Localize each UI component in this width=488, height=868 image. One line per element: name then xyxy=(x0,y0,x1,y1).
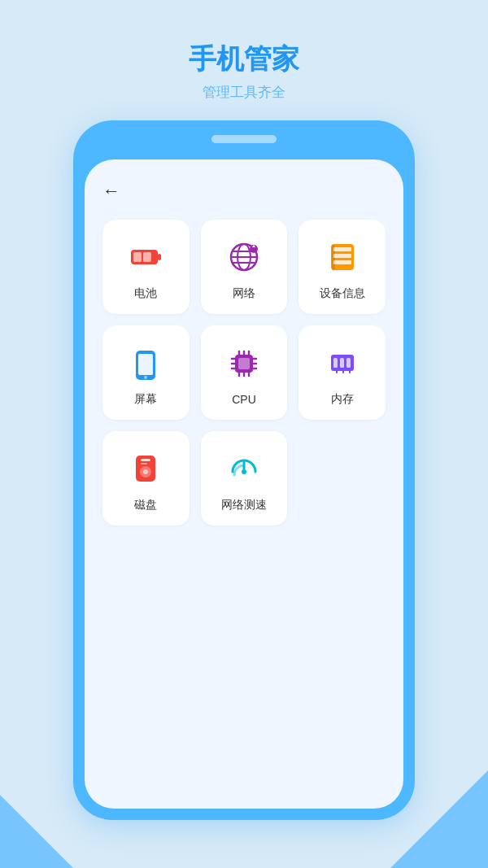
svg-rect-13 xyxy=(333,254,351,258)
battery-icon xyxy=(126,238,165,277)
grid-item-disk[interactable]: 磁盘 xyxy=(102,431,190,526)
grid-item-network[interactable]: 网络 xyxy=(201,220,288,314)
svg-rect-36 xyxy=(346,358,351,368)
grid-item-label-speedtest: 网络测速 xyxy=(221,498,267,513)
back-button[interactable]: ← xyxy=(102,182,120,200)
grid-item-cpu[interactable]: CPU xyxy=(201,325,288,420)
svg-rect-14 xyxy=(333,260,351,264)
screen-icon xyxy=(126,343,165,382)
svg-rect-37 xyxy=(336,369,338,373)
page-header: 手机管家 管理工具齐全 xyxy=(0,0,488,118)
phone-frame: ← 电池 网络 设备信息 xyxy=(73,120,415,820)
screen-content: ← 电池 网络 设备信息 xyxy=(85,159,403,542)
memory-icon xyxy=(323,343,362,382)
svg-point-42 xyxy=(143,469,148,474)
svg-rect-3 xyxy=(143,252,151,262)
grid-item-battery[interactable]: 电池 xyxy=(102,220,190,314)
grid-item-screen[interactable]: 屏幕 xyxy=(102,325,190,420)
svg-rect-17 xyxy=(138,354,153,375)
app-title: 手机管家 xyxy=(0,41,488,78)
svg-rect-12 xyxy=(333,247,351,251)
svg-rect-2 xyxy=(133,252,142,262)
svg-point-46 xyxy=(242,469,246,474)
speedtest-icon xyxy=(224,449,264,488)
grid-item-memory[interactable]: 内存 xyxy=(298,325,386,420)
phone-notch xyxy=(211,135,277,143)
grid-item-label-memory: 内存 xyxy=(331,392,354,407)
tools-grid: 电池 网络 设备信息 屏幕 xyxy=(102,220,386,526)
bg-decoration-left xyxy=(0,795,73,868)
network-icon xyxy=(224,238,264,277)
svg-rect-39 xyxy=(349,369,351,373)
grid-item-speedtest[interactable]: 网络测速 xyxy=(201,431,288,526)
svg-rect-15 xyxy=(332,245,335,271)
grid-item-label-device-info: 设备信息 xyxy=(320,286,365,301)
svg-rect-44 xyxy=(141,463,147,465)
grid-item-label-network: 网络 xyxy=(233,286,255,301)
disk-icon xyxy=(126,449,165,488)
svg-rect-34 xyxy=(333,358,338,368)
phone-screen: ← 电池 网络 设备信息 xyxy=(85,159,403,809)
svg-rect-38 xyxy=(342,369,344,373)
grid-item-label-battery: 电池 xyxy=(134,286,157,301)
svg-rect-20 xyxy=(238,358,250,369)
svg-point-18 xyxy=(144,376,147,379)
grid-item-device-info[interactable]: 设备信息 xyxy=(298,220,386,314)
svg-rect-35 xyxy=(340,358,344,368)
cpu-icon xyxy=(224,344,264,383)
svg-rect-1 xyxy=(158,254,161,260)
svg-rect-43 xyxy=(141,459,150,461)
device-icon xyxy=(323,238,362,277)
app-subtitle: 管理工具齐全 xyxy=(0,83,488,102)
grid-item-label-screen: 屏幕 xyxy=(134,392,157,407)
grid-item-label-cpu: CPU xyxy=(232,393,256,406)
grid-item-label-disk: 磁盘 xyxy=(134,498,157,513)
